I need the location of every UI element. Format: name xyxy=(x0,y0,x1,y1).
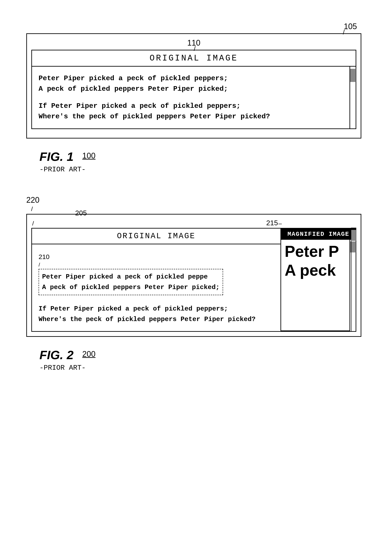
fig2-selection-box: Peter Piper picked a peck of pickled pep… xyxy=(38,269,223,295)
fig2-number: 200 xyxy=(82,350,95,359)
ref-205: 205 xyxy=(75,209,87,217)
fig2-right-panel: MAGNIFIED IMAGE Peter P A peck xyxy=(281,229,356,331)
fig1-text-line3: If Peter Piper picked a peck of pickled … xyxy=(38,101,343,111)
fig2-sel-line1: Peter Piper picked a peck of pickled pep… xyxy=(42,272,220,282)
fig2-left-panel: ORIGINAL IMAGE 210 / Peter Piper picked … xyxy=(32,229,281,331)
fig1-caption: FIG. 1 100 xyxy=(39,149,361,164)
fig1-outer-box: 110 ORIGINAL IMAGE Peter Piper picked a … xyxy=(26,33,361,138)
fig2-outer-scrollbar-thumb[interactable] xyxy=(351,230,356,241)
fig1-text-line1: Peter Piper picked a peck of pickled pep… xyxy=(38,73,343,84)
fig2-refs-line: 205 / 215 – xyxy=(31,219,356,227)
ref-215-dash: – xyxy=(278,220,282,227)
fig2-text-line3: If Peter Piper picked a peck of pickled … xyxy=(38,303,274,314)
fig1-content-area: Peter Piper picked a peck of pickled pep… xyxy=(32,67,349,128)
ref-205-arrow: / xyxy=(32,220,34,227)
fig2-text-line4: Where's the peck of pickled peppers Pete… xyxy=(38,314,274,325)
fig2-outer-box: 205 / 215 – ORIGINAL IMAGE 210 xyxy=(26,214,361,337)
fig1-scroll-container: Peter Piper picked a peck of pickled pep… xyxy=(32,67,356,128)
fig1-text-block-2: If Peter Piper picked a peck of pickled … xyxy=(38,101,343,122)
fig2-caption: FIG. 2 200 xyxy=(39,348,361,362)
ref-110-label: 110 xyxy=(187,38,200,47)
fig2-magnified-content: Peter P A peck xyxy=(281,240,349,331)
ref-210-label: 210 / xyxy=(38,253,274,268)
fig1-scroll-area: Peter Piper picked a peck of pickled pep… xyxy=(32,67,349,128)
fig2-mag-line1: Peter P xyxy=(285,242,346,261)
fig2-spacer xyxy=(38,297,274,303)
fig1-scrollbar-thumb[interactable] xyxy=(350,69,356,82)
ref-220: 220 xyxy=(26,195,361,205)
fig1-text-block-1: Peter Piper picked a peck of pickled pep… xyxy=(38,73,343,94)
fig1-title-bar: ORIGINAL IMAGE xyxy=(32,50,356,67)
fig2-inner-layout: ORIGINAL IMAGE 210 / Peter Piper picked … xyxy=(31,228,356,332)
ref-105: 105 xyxy=(26,22,357,31)
fig2-magnified-title: MAGNIFIED IMAGE xyxy=(281,229,356,240)
fig1-text-line2: A peck of pickled peppers Peter Piper pi… xyxy=(38,84,343,94)
fig2-original-title: ORIGINAL IMAGE xyxy=(32,229,280,244)
ref-215-label: 215 xyxy=(266,219,278,227)
fig2-section: 220 / 205 / 215 – ORIGINAL IMAGE xyxy=(26,195,361,372)
fig1-prior-art: -PRIOR ART- xyxy=(39,166,361,173)
fig1-scrollbar[interactable] xyxy=(349,67,356,128)
fig2-magnified-area: Peter P A peck xyxy=(281,240,356,331)
fig2-content-area: 210 / Peter Piper picked a peck of pickl… xyxy=(32,244,280,331)
fig1-label: FIG. 1 xyxy=(39,149,74,164)
fig1-section: 105 110 ORIGINAL IMAGE Peter Piper picke… xyxy=(26,22,361,173)
fig2-sel-line2: A peck of pickled peppers Peter Piper pi… xyxy=(42,282,220,292)
ref-210-arrow: / xyxy=(38,262,40,267)
fig2-prior-art: -PRIOR ART- xyxy=(39,364,361,372)
ref-220-label: 220 xyxy=(26,195,39,204)
fig1-inner-box: ORIGINAL IMAGE Peter Piper picked a peck… xyxy=(31,50,356,129)
fig1-number: 100 xyxy=(82,151,95,161)
fig2-dashed-region: 210 / Peter Piper picked a peck of pickl… xyxy=(38,253,274,297)
ref-110: 110 xyxy=(31,38,356,48)
ref-105-label: 105 xyxy=(344,22,357,31)
fig2-outer-scrollbar[interactable] xyxy=(351,228,356,332)
fig1-text-line4: Where's the peck of pickled peppers Pete… xyxy=(38,111,343,122)
fig2-label: FIG. 2 xyxy=(39,348,74,362)
fig2-mag-line2: A peck xyxy=(285,261,346,280)
